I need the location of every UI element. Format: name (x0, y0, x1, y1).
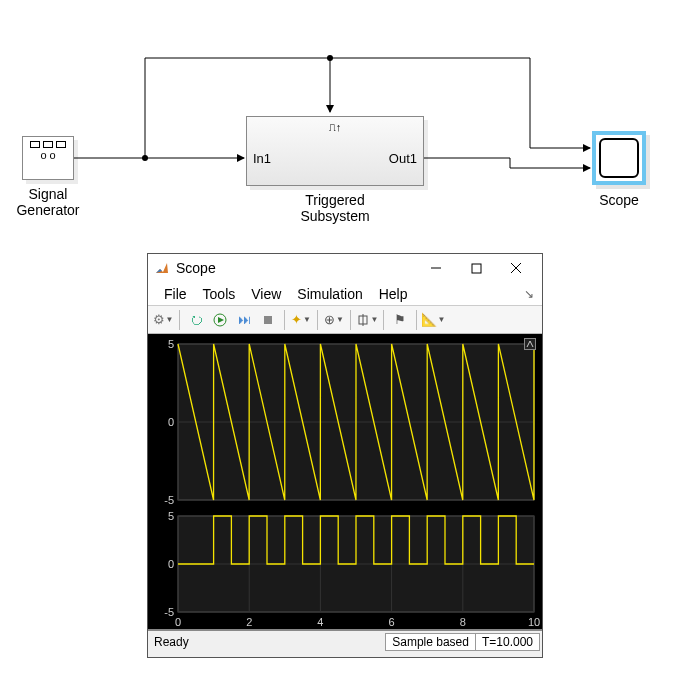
block-triggered-subsystem[interactable]: ⎍↑ In1 Out1 (246, 116, 424, 186)
menu-bar: File Tools View Simulation Help ↘ (148, 282, 542, 306)
minimize-icon (430, 262, 442, 274)
svg-text:5: 5 (168, 338, 174, 350)
triggers-button[interactable]: ⚑ (389, 309, 411, 331)
window-title: Scope (176, 260, 216, 276)
block-label-scope: Scope (586, 192, 652, 208)
simulink-diagram: oo Signal Generator ⎍↑ In1 Out1 Triggere… (0, 0, 689, 250)
svg-text:-5: -5 (164, 606, 174, 618)
minimize-button[interactable] (416, 255, 456, 281)
port-out1: Out1 (389, 151, 417, 166)
menu-toolbar-toggle-icon[interactable]: ↘ (524, 287, 534, 301)
block-label-triggered-subsystem: Triggered Subsystem (246, 192, 424, 224)
settings-button[interactable]: ⚙▼ (152, 309, 174, 331)
scale-y-button[interactable]: ▼ (356, 309, 378, 331)
signal-generator-icon: oo (23, 137, 73, 161)
trigger-flag-icon: ⚑ (394, 312, 406, 327)
status-bar: Ready Sample based T=10.000 (148, 630, 542, 652)
close-icon (510, 262, 522, 274)
scope-axes-2[interactable]: 0246810-505 (148, 508, 542, 630)
play-icon (213, 313, 227, 327)
block-scope[interactable] (592, 131, 646, 185)
svg-text:-5: -5 (164, 494, 174, 506)
stop-button[interactable] (257, 309, 279, 331)
block-signal-generator[interactable]: oo (22, 136, 74, 180)
close-button[interactable] (496, 255, 536, 281)
toolbar: ⚙▼ ⭮ ⏭ ✦▼ ⊕▼ ▼ ⚑ 📐▼ (148, 306, 542, 334)
svg-text:8: 8 (460, 616, 466, 628)
scope-screen-icon (599, 138, 639, 178)
matlab-icon (154, 260, 170, 276)
zoom-button[interactable]: ⊕▼ (323, 309, 345, 331)
menu-tools[interactable]: Tools (195, 286, 244, 302)
svg-text:6: 6 (389, 616, 395, 628)
maximize-icon (471, 263, 482, 274)
scale-y-icon (356, 313, 370, 327)
restart-icon: ⭮ (190, 312, 203, 327)
ruler-icon: 📐 (421, 312, 437, 327)
menu-simulation[interactable]: Simulation (289, 286, 370, 302)
zoom-in-icon: ⊕ (324, 312, 335, 327)
trigger-icon: ⎍↑ (329, 121, 342, 133)
svg-text:10: 10 (528, 616, 540, 628)
svg-rect-14 (472, 264, 481, 273)
svg-text:2: 2 (246, 616, 252, 628)
step-forward-button[interactable]: ⏭ (233, 309, 255, 331)
scope-axes-1[interactable]: -505 (148, 336, 542, 506)
restart-button[interactable]: ⭮ (185, 309, 207, 331)
status-ready: Ready (150, 634, 193, 650)
stop-icon (262, 314, 274, 326)
highlight-button[interactable]: ✦▼ (290, 309, 312, 331)
scope-window: Scope File Tools View Simulation Help ↘ … (147, 253, 543, 658)
plot-expand-icon[interactable] (524, 338, 536, 350)
menu-help[interactable]: Help (371, 286, 416, 302)
svg-rect-18 (264, 316, 272, 324)
maximize-button[interactable] (456, 255, 496, 281)
svg-text:4: 4 (317, 616, 323, 628)
highlight-icon: ✦ (291, 312, 302, 327)
menu-view[interactable]: View (243, 286, 289, 302)
gear-icon: ⚙ (153, 312, 165, 327)
title-bar[interactable]: Scope (148, 254, 542, 282)
run-button[interactable] (209, 309, 231, 331)
svg-text:0: 0 (168, 558, 174, 570)
status-time: T=10.000 (475, 633, 540, 651)
svg-text:0: 0 (168, 416, 174, 428)
svg-text:5: 5 (168, 510, 174, 522)
svg-text:0: 0 (175, 616, 181, 628)
menu-file[interactable]: File (156, 286, 195, 302)
status-sample-mode: Sample based (385, 633, 476, 651)
scope-plot-area: -505 0246810-505 (148, 334, 542, 630)
block-label-signal-generator: Signal Generator (0, 186, 96, 218)
step-icon: ⏭ (238, 312, 251, 327)
measurements-button[interactable]: 📐▼ (422, 309, 444, 331)
port-in1: In1 (253, 151, 271, 166)
